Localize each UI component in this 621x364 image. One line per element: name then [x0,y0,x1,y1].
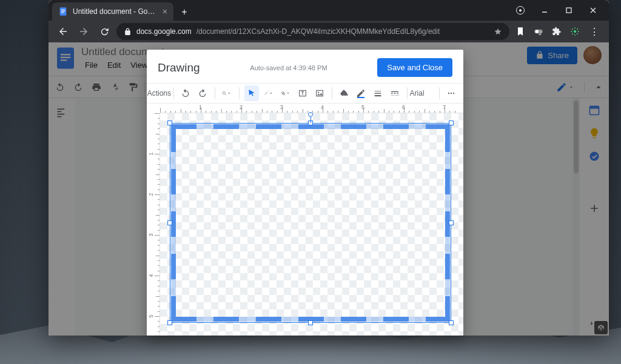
vertical-ruler[interactable]: 12345 [147,113,160,336]
svg-point-11 [574,30,576,33]
resize-handle-nw[interactable] [167,121,172,125]
drawing-autosave-status: Auto-saved at 4:39:48 PM [206,64,372,71]
svg-point-26 [281,91,283,93]
drawing-canvas[interactable] [160,113,463,336]
resize-handle-s[interactable] [308,320,313,325]
svg-rect-2 [61,11,65,12]
window-minimize-button[interactable] [534,2,556,19]
lock-icon [124,28,132,36]
select-tool[interactable] [244,85,259,101]
svg-line-24 [225,94,226,95]
svg-rect-27 [283,93,284,94]
svg-rect-31 [357,97,364,98]
svg-rect-1 [61,10,65,10]
extension-bookmark-icon[interactable] [513,24,528,39]
drawing-toolbar: Actions Arial [147,83,463,104]
save-and-close-button[interactable]: Save and Close [377,58,452,77]
browser-addressbar: docs.google.com/document/d/12XCsAzhXi-D_… [49,21,609,42]
zoom-dropdown[interactable] [220,85,234,101]
resize-handle-w[interactable] [167,220,172,225]
docs-favicon-icon [58,7,68,16]
svg-point-36 [448,93,449,94]
url-host: docs.google.com [136,27,192,36]
window-controls: ● [509,0,609,21]
tab-close-icon[interactable]: × [163,7,167,16]
vruler-number: 3 [148,233,154,236]
chevron-down-icon [269,88,274,98]
rotate-handle[interactable] [308,112,313,117]
chevron-down-icon [286,88,290,98]
undo-button[interactable] [178,85,193,101]
ruler-number: 2 [240,104,243,110]
nav-reload-button[interactable] [96,23,113,40]
browser-tabbar: Untitled document - Google Docs × + ● [49,0,609,21]
border-color-button[interactable] [354,85,368,101]
svg-point-30 [318,92,319,93]
redo-button[interactable] [195,85,210,101]
svg-rect-5 [566,8,571,13]
drawing-title: Drawing [158,61,200,74]
svg-line-25 [264,92,267,95]
resize-handle-sw[interactable] [167,320,172,325]
font-dropdown[interactable]: Arial [412,85,434,101]
svg-point-9 [535,30,539,33]
vruler-number: 4 [148,274,154,277]
nav-forward-button[interactable] [75,23,92,40]
image-tool[interactable] [312,85,327,101]
extension-puzzle-icon[interactable] [549,24,564,39]
svg-point-38 [453,93,454,94]
drawing-dialog-header: Drawing Auto-saved at 4:39:48 PM Save an… [147,50,463,83]
bookmark-star-icon[interactable] [494,27,502,36]
svg-rect-35 [391,91,398,92]
border-dash-button[interactable] [388,85,402,101]
svg-rect-34 [375,95,381,96]
ruler-number: 3 [280,104,283,110]
ruler-number: 1 [199,104,202,110]
url-field[interactable]: docs.google.com/document/d/12XCsAzhXi-D_… [116,23,509,40]
vruler-number: 1 [148,152,154,155]
selection-outline [170,123,451,323]
border-weight-button[interactable] [371,85,385,101]
chrome-menu-button[interactable]: ⋮ [586,26,603,38]
ruler-number: 4 [321,104,324,110]
resize-handle-se[interactable] [449,320,454,325]
window-close-button[interactable] [582,2,604,19]
vruler-number: 5 [148,314,154,317]
new-tab-button[interactable]: + [176,4,193,21]
line-tool[interactable] [261,85,276,101]
vruler-number: 2 [148,193,154,196]
incognito-indicator-icon: ● [509,2,531,19]
ruler-number: 6 [402,104,405,110]
url-path: /document/d/12XCsAzhXi-D_AKQW4iImzicXKHQ… [196,27,440,36]
resize-handle-e[interactable] [449,220,454,225]
window-maximize-button[interactable] [558,2,580,19]
ruler-number: 5 [361,104,364,110]
textbox-tool[interactable] [295,85,310,101]
svg-rect-32 [375,91,381,91]
rotate-stem [310,117,311,123]
svg-rect-3 [61,12,64,13]
drawing-dialog: Drawing Auto-saved at 4:39:48 PM Save an… [147,50,463,336]
nav-back-button[interactable] [55,23,72,40]
ruler-number: 7 [443,104,446,110]
chevron-down-icon [227,88,232,98]
shape-tool[interactable] [278,85,293,101]
resize-handle-ne[interactable] [449,121,454,125]
actions-dropdown[interactable]: Actions [152,85,169,101]
svg-point-37 [451,93,452,94]
browser-tab-title: Untitled document - Google Docs [73,7,158,16]
more-tools-button[interactable] [444,85,458,101]
extension-toggle-icon[interactable]: off [531,24,546,39]
svg-rect-33 [375,93,381,93]
fill-color-button[interactable] [337,85,351,101]
browser-tab-active[interactable]: Untitled document - Google Docs × [52,2,173,21]
svg-point-23 [223,91,226,94]
drawing-canvas-area: 1234567 12345 [147,104,463,336]
extension-settings-icon[interactable] [568,24,582,39]
